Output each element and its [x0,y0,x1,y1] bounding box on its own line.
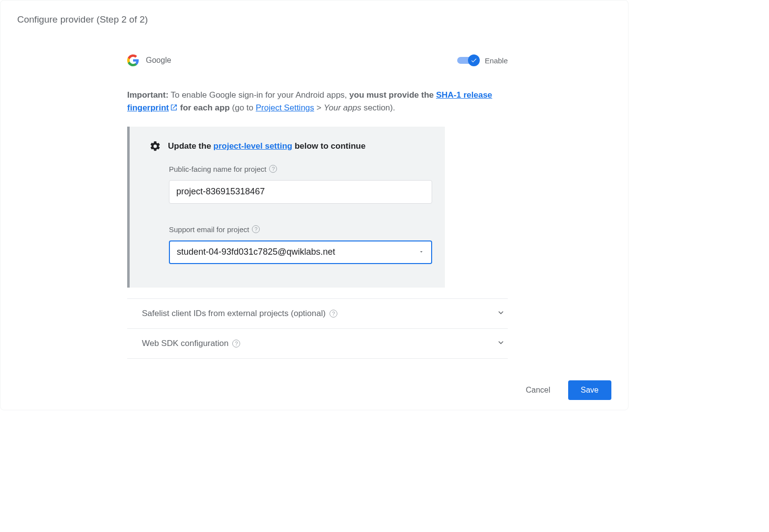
configure-provider-card: Configure provider (Step 2 of 2) Google [0,0,629,410]
support-email-select[interactable]: student-04-93fd031c7825@qwiklabs.net [169,240,432,264]
project-settings-box: Update the project-level setting below t… [127,127,445,288]
important-notice: Important: To enable Google sign-in for … [127,89,508,116]
project-name-field: Public-facing name for project ? [169,165,425,204]
support-email-field: Support email for project ? student-04-9… [169,225,425,264]
caret-down-icon [418,248,424,257]
external-link-icon [170,103,178,115]
gear-icon [149,140,161,152]
save-button[interactable]: Save [568,380,611,400]
chevron-down-icon [496,338,506,349]
project-name-label: Public-facing name for project ? [169,165,425,173]
safelist-expander[interactable]: Safelist client IDs from external projec… [127,298,508,328]
provider-row: Google Enable [127,54,508,66]
enable-label: Enable [485,56,508,65]
provider-name: Google [146,56,171,65]
important-prefix: Important: [127,90,168,100]
help-icon[interactable]: ? [252,225,260,233]
project-level-setting-link[interactable]: project-level setting [214,141,293,151]
help-icon[interactable]: ? [330,310,337,318]
project-name-input[interactable] [169,180,432,204]
provider-left: Google [127,54,171,66]
inner-content: Google Enable Important: To enable Googl… [127,54,508,359]
checkmark-icon [468,54,480,66]
card-title: Configure provider (Step 2 of 2) [17,14,611,25]
cancel-button[interactable]: Cancel [519,381,557,399]
websdk-expander[interactable]: Web SDK configuration ? [127,328,508,359]
enable-toggle[interactable] [457,54,480,66]
settings-heading: Update the project-level setting below t… [149,140,425,152]
google-logo-icon [127,54,139,66]
enable-toggle-group: Enable [457,54,508,66]
support-email-value: student-04-93fd031c7825@qwiklabs.net [177,247,335,257]
support-email-label: Support email for project ? [169,225,425,234]
help-icon[interactable]: ? [232,340,240,347]
help-icon[interactable]: ? [269,165,277,173]
footer-actions: Cancel Save [17,380,611,400]
project-settings-link[interactable]: Project Settings [256,103,314,112]
chevron-down-icon [496,308,506,319]
